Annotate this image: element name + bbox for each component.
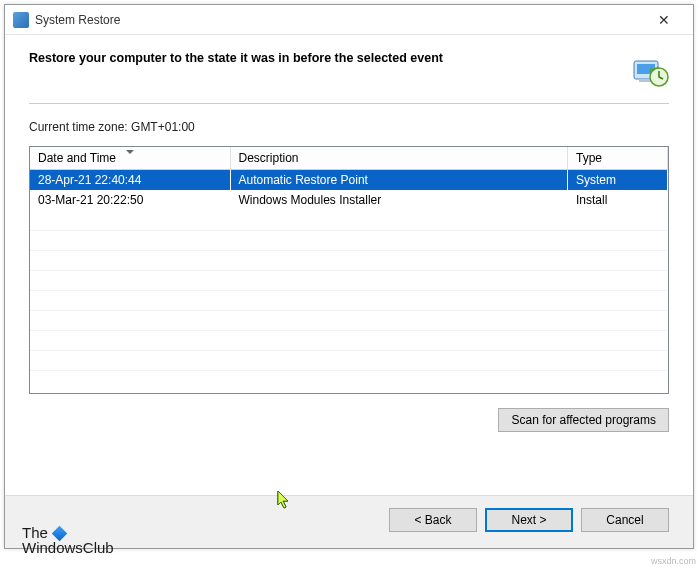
table-row-empty (30, 310, 668, 330)
table-row[interactable]: 03-Mar-21 20:22:50 Windows Modules Insta… (30, 190, 668, 210)
restore-points-table[interactable]: Date and Time Description Type 28-Apr-21… (29, 146, 669, 394)
table-row-empty (30, 210, 668, 230)
window-title: System Restore (35, 13, 643, 27)
cell-description: Automatic Restore Point (230, 170, 568, 191)
next-button[interactable]: Next > (485, 508, 573, 532)
below-table-area: Scan for affected programs (29, 408, 669, 432)
table-row-empty (30, 330, 668, 350)
timezone-label: Current time zone: GMT+01:00 (29, 120, 669, 134)
close-button[interactable]: ✕ (643, 6, 685, 34)
back-button[interactable]: < Back (389, 508, 477, 532)
content-area: Current time zone: GMT+01:00 Date and Ti… (29, 103, 669, 495)
table-row-empty (30, 230, 668, 250)
col-type[interactable]: Type (568, 147, 668, 170)
table-row[interactable]: 28-Apr-21 22:40:44 Automatic Restore Poi… (30, 170, 668, 191)
col-datetime[interactable]: Date and Time (30, 147, 230, 170)
table-row-empty (30, 270, 668, 290)
watermark-line1: The (22, 524, 48, 541)
cell-type: System (568, 170, 668, 191)
corner-watermark: wsxdn.com (651, 556, 696, 566)
cell-description: Windows Modules Installer (230, 190, 568, 210)
header-heading: Restore your computer to the state it wa… (29, 51, 617, 65)
cancel-button[interactable]: Cancel (581, 508, 669, 532)
table-row-empty (30, 290, 668, 310)
watermark-logo: The WindowsClub (22, 525, 114, 557)
table-header-row[interactable]: Date and Time Description Type (30, 147, 668, 170)
cell-datetime: 28-Apr-21 22:40:44 (30, 170, 230, 191)
header-area: Restore your computer to the state it wa… (5, 35, 693, 97)
app-icon (13, 12, 29, 28)
cell-datetime: 03-Mar-21 20:22:50 (30, 190, 230, 210)
system-restore-window: System Restore ✕ Restore your computer t… (4, 4, 694, 549)
cell-type: Install (568, 190, 668, 210)
table-row-empty (30, 250, 668, 270)
restore-icon (629, 51, 669, 91)
close-icon: ✕ (658, 12, 670, 28)
titlebar: System Restore ✕ (5, 5, 693, 35)
table-row-empty (30, 350, 668, 370)
col-description[interactable]: Description (230, 147, 568, 170)
watermark-line2: WindowsClub (22, 539, 114, 556)
scan-affected-button[interactable]: Scan for affected programs (498, 408, 669, 432)
